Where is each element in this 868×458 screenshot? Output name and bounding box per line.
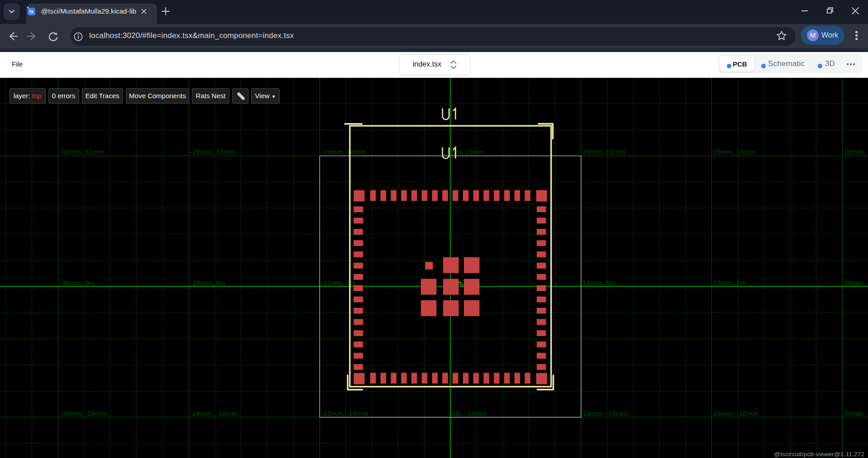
svg-text:-20mm, -10mm: -20mm, -10mm	[190, 410, 238, 417]
svg-text:-10mm, 10mm: -10mm, 10mm	[321, 148, 366, 156]
svg-text:-20mm, 0m: -20mm, 0m	[190, 279, 225, 286]
svg-text:0m, -10mm: 0m, -10mm	[452, 410, 487, 417]
svg-text:-10mm, -10mm: -10mm, -10mm	[321, 410, 368, 417]
svg-text:-30mm, -10mm: -30mm, -10mm	[59, 410, 107, 417]
svg-text:10mm, 0m: 10mm, 0m	[582, 279, 615, 286]
svg-text:10mm, 10mm: 10mm, 10mm	[582, 148, 625, 156]
svg-text:20mm, 10mm: 20mm, 10mm	[713, 148, 756, 156]
svg-text:-30mm, 10mm: -30mm, 10mm	[59, 148, 105, 156]
svg-text:10mm, -10mm: 10mm, -10mm	[582, 410, 628, 417]
svg-text:-10mm, 0m: -10mm, 0m	[321, 279, 356, 286]
svg-text:30mm, -10mm: 30mm, -10mm	[844, 410, 868, 417]
svg-text:20mm, -10mm: 20mm, -10mm	[713, 410, 758, 417]
svg-text:20mm, 0m: 20mm, 0m	[713, 279, 746, 286]
svg-text:-20mm, 10mm: -20mm, 10mm	[190, 148, 235, 156]
svg-text:-30mm, 0m: -30mm, 0m	[59, 279, 95, 286]
svg-text:0m, 10mm: 0m, 10mm	[452, 148, 485, 156]
svg-text:30mm, 10mm: 30mm, 10mm	[844, 148, 868, 156]
svg-text:30mm, 0m: 30mm, 0m	[844, 279, 868, 286]
